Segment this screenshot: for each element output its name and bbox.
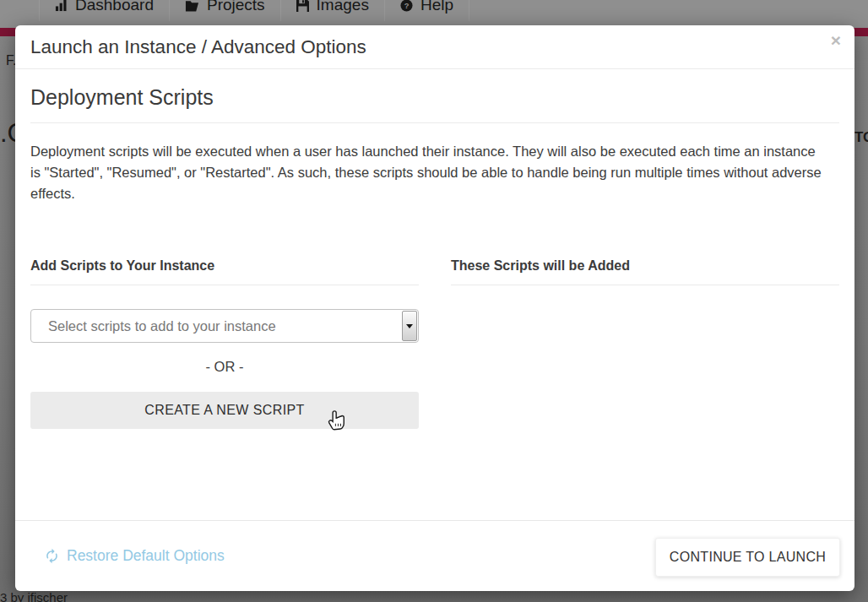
add-scripts-heading: Add Scripts to Your Instance xyxy=(30,258,419,285)
nav-tab-label: Dashboard xyxy=(75,0,154,14)
add-scripts-column: Add Scripts to Your Instance Select scri… xyxy=(30,258,419,429)
chevron-down-icon[interactable] xyxy=(402,311,417,341)
or-separator: - OR - xyxy=(30,359,419,375)
svg-text:?: ? xyxy=(404,1,410,9)
background-nav-row: Dashboard Projects Images ? Help xyxy=(39,0,469,21)
continue-to-launch-button[interactable]: CONTINUE TO LAUNCH xyxy=(655,538,840,577)
background-text-fragment: TO xyxy=(854,129,868,146)
nav-tab-images[interactable]: Images xyxy=(281,0,385,21)
restore-default-options-label: Restore Default Options xyxy=(67,547,225,565)
refresh-icon xyxy=(44,548,60,564)
modal-header: Launch an Instance / Advanced Options × xyxy=(15,25,854,69)
columns: Add Scripts to Your Instance Select scri… xyxy=(30,258,839,429)
nav-tab-label: Help xyxy=(420,0,453,14)
modal-body: Deployment Scripts Deployment scripts wi… xyxy=(15,85,854,429)
modal-footer: Restore Default Options CONTINUE TO LAUN… xyxy=(15,520,854,591)
background-navbar: Dashboard Projects Images ? Help xyxy=(0,0,868,28)
background-text-fragment: 3 by jfischer xyxy=(0,590,68,602)
help-icon: ? xyxy=(400,0,413,12)
added-scripts-column: These Scripts will be Added xyxy=(451,258,839,429)
added-scripts-heading: These Scripts will be Added xyxy=(451,258,839,285)
scripts-select[interactable]: Select scripts to add to your instance xyxy=(30,309,419,343)
advanced-options-modal: Launch an Instance / Advanced Options × … xyxy=(15,25,854,591)
folder-icon xyxy=(185,0,199,12)
bar-chart-icon xyxy=(55,0,68,12)
section-description: Deployment scripts will be executed when… xyxy=(30,141,824,204)
section-heading: Deployment Scripts xyxy=(30,85,839,123)
nav-tab-projects[interactable]: Projects xyxy=(170,0,281,21)
close-icon[interactable]: × xyxy=(831,31,841,49)
restore-default-options-link[interactable]: Restore Default Options xyxy=(44,521,225,591)
save-icon xyxy=(296,0,309,12)
nav-tab-label: Images xyxy=(317,0,369,14)
create-new-script-button[interactable]: CREATE A NEW SCRIPT xyxy=(30,392,419,429)
nav-tab-dashboard[interactable]: Dashboard xyxy=(39,0,170,21)
modal-title: Launch an Instance / Advanced Options xyxy=(30,36,839,58)
scripts-select-placeholder: Select scripts to add to your instance xyxy=(31,318,276,334)
nav-tab-label: Projects xyxy=(207,0,265,14)
nav-tab-help[interactable]: ? Help xyxy=(385,0,469,21)
screen: Dashboard Projects Images ? Help xyxy=(0,0,868,602)
